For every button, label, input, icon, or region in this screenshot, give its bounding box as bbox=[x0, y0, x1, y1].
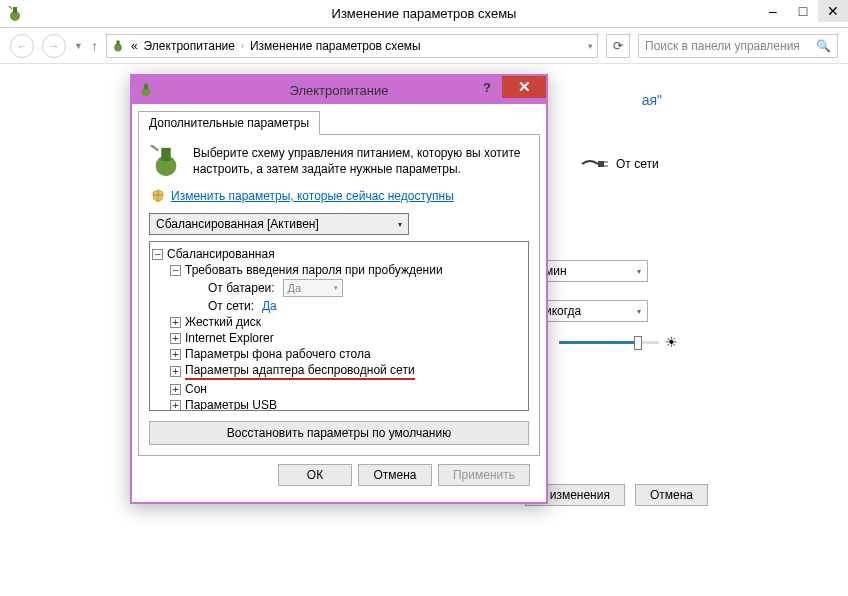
tree-node-usb[interactable]: Параметры USB bbox=[185, 398, 277, 411]
breadcrumb-item-1[interactable]: Электропитание bbox=[144, 39, 235, 53]
page-title-fragment: ая" bbox=[642, 92, 662, 108]
intro-text: Выберите схему управления питанием, кото… bbox=[193, 145, 529, 177]
dialog-close-button[interactable]: ✕ bbox=[502, 76, 546, 98]
chevron-down-icon: ▾ bbox=[398, 220, 402, 229]
tab-advanced-settings[interactable]: Дополнительные параметры bbox=[138, 111, 320, 135]
settings-tree[interactable]: −Сбалансированная −Требовать введения па… bbox=[149, 241, 529, 411]
back-button[interactable]: ← bbox=[10, 34, 34, 58]
breadcrumb-prefix: « bbox=[131, 39, 138, 53]
history-dropdown-icon[interactable]: ▼ bbox=[74, 41, 83, 51]
tree-node-balanced[interactable]: Сбалансированная bbox=[167, 247, 275, 261]
apply-button[interactable]: Применить bbox=[438, 464, 530, 486]
on-ac-label: От сети bbox=[616, 157, 659, 171]
help-button[interactable]: ? bbox=[472, 76, 502, 98]
on-battery-value-select[interactable]: Да▾ bbox=[283, 279, 343, 297]
tree-node-require-password[interactable]: Требовать введения пароля при пробуждени… bbox=[185, 263, 443, 277]
expand-icon[interactable]: + bbox=[170, 333, 181, 344]
power-options-icon bbox=[6, 5, 24, 23]
expand-icon[interactable]: + bbox=[170, 400, 181, 411]
power-options-icon bbox=[111, 39, 125, 53]
dropdown-minutes[interactable]: мин ▾ bbox=[538, 260, 648, 282]
collapse-icon[interactable]: − bbox=[152, 249, 163, 260]
tree-node-hdd[interactable]: Жесткий диск bbox=[185, 315, 261, 329]
navigation-bar: ← → ▼ ↑ « Электропитание › Изменение пар… bbox=[0, 28, 848, 64]
chevron-down-icon: ▾ bbox=[637, 307, 641, 316]
chevron-right-icon: › bbox=[241, 41, 244, 51]
brightness-slider[interactable] bbox=[559, 341, 659, 344]
cancel-button[interactable]: Отмена bbox=[635, 484, 708, 506]
setting-on-ac-label: От сети: bbox=[208, 299, 254, 313]
expand-icon[interactable]: + bbox=[170, 349, 181, 360]
dialog-titlebar[interactable]: Электропитание ? ✕ bbox=[132, 76, 546, 104]
tab-strip: Дополнительные параметры bbox=[138, 110, 540, 135]
search-icon: 🔍 bbox=[816, 39, 831, 53]
change-unavailable-settings-link[interactable]: Изменить параметры, которые сейчас недос… bbox=[171, 189, 454, 203]
svg-rect-1 bbox=[13, 7, 17, 13]
svg-rect-10 bbox=[161, 148, 170, 161]
sun-icon: ☀ bbox=[665, 334, 678, 350]
minimize-button[interactable]: – bbox=[758, 0, 788, 22]
window-title: Изменение параметров схемы bbox=[332, 6, 517, 21]
breadcrumb-item-2[interactable]: Изменение параметров схемы bbox=[250, 39, 421, 53]
window-titlebar: Изменение параметров схемы – □ ✕ bbox=[0, 0, 848, 28]
brightness-slider-row: ☀ bbox=[559, 334, 678, 350]
restore-defaults-button[interactable]: Восстановить параметры по умолчанию bbox=[149, 421, 529, 445]
expand-icon[interactable]: + bbox=[170, 366, 181, 377]
power-plan-select[interactable]: Сбалансированная [Активен] ▾ bbox=[149, 213, 409, 235]
chevron-down-icon: ▾ bbox=[334, 284, 338, 292]
svg-rect-3 bbox=[116, 40, 119, 45]
search-input[interactable]: Поиск в панели управления 🔍 bbox=[638, 34, 838, 58]
tree-node-desktop-bg[interactable]: Параметры фона рабочего стола bbox=[185, 347, 371, 361]
tree-node-sleep[interactable]: Сон bbox=[185, 382, 207, 396]
maximize-button[interactable]: □ bbox=[788, 0, 818, 22]
expand-icon[interactable]: + bbox=[170, 317, 181, 328]
tree-node-wireless[interactable]: Параметры адаптера беспроводной сети bbox=[185, 363, 415, 380]
dropdown-never[interactable]: икогда ▾ bbox=[538, 300, 648, 322]
dialog-title: Электропитание bbox=[290, 83, 389, 98]
svg-rect-8 bbox=[144, 84, 148, 89]
svg-rect-4 bbox=[598, 161, 604, 167]
chevron-down-icon[interactable]: ▾ bbox=[588, 41, 593, 51]
ok-button[interactable]: ОК bbox=[278, 464, 352, 486]
tree-node-ie[interactable]: Internet Explorer bbox=[185, 331, 274, 345]
on-ac-value[interactable]: Да bbox=[262, 299, 277, 313]
refresh-button[interactable]: ⟳ bbox=[606, 34, 630, 58]
up-button[interactable]: ↑ bbox=[91, 38, 98, 54]
breadcrumb[interactable]: « Электропитание › Изменение параметров … bbox=[106, 34, 598, 58]
collapse-icon[interactable]: − bbox=[170, 265, 181, 276]
window-controls: – □ ✕ bbox=[758, 0, 848, 22]
search-placeholder: Поиск в панели управления bbox=[645, 39, 800, 53]
power-options-dialog: Электропитание ? ✕ Дополнительные параме… bbox=[130, 74, 548, 504]
expand-icon[interactable]: + bbox=[170, 384, 181, 395]
plug-icon bbox=[580, 156, 608, 172]
cancel-button[interactable]: Отмена bbox=[358, 464, 432, 486]
shield-icon bbox=[151, 189, 165, 203]
setting-on-battery-label: От батареи: bbox=[208, 281, 275, 295]
close-button[interactable]: ✕ bbox=[818, 0, 848, 22]
power-options-icon bbox=[138, 82, 154, 98]
forward-button[interactable]: → bbox=[42, 34, 66, 58]
chevron-down-icon: ▾ bbox=[637, 267, 641, 276]
power-options-icon bbox=[149, 145, 183, 179]
